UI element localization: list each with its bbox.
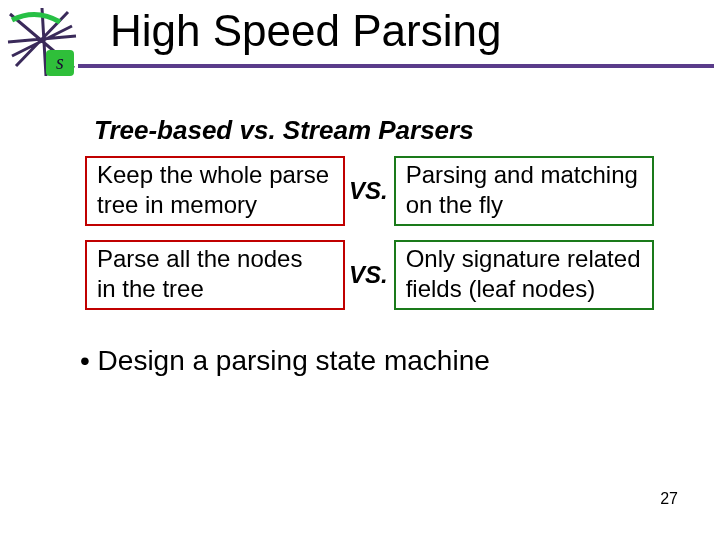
vs-label: VS.: [349, 177, 388, 205]
page-number: 27: [660, 490, 678, 508]
stream-box: Parsing and matching on the fly: [394, 156, 654, 226]
box-text-line: tree in memory: [97, 190, 333, 220]
tree-based-box: Keep the whole parse tree in memory: [85, 156, 345, 226]
box-text-line: in the tree: [97, 274, 333, 304]
bullet-point: • Design a parsing state machine: [80, 345, 490, 377]
svg-text:s: s: [56, 51, 64, 73]
comparison-row: Parse all the nodes in the tree VS. Only…: [85, 240, 654, 310]
vs-label: VS.: [349, 261, 388, 289]
logo-icon: s: [6, 6, 78, 78]
slide-subtitle: Tree-based vs. Stream Parsers: [94, 115, 474, 146]
title-underline: [78, 64, 714, 68]
comparison-row: Keep the whole parse tree in memory VS. …: [85, 156, 654, 226]
box-text-line: Parse all the nodes: [97, 244, 333, 274]
box-text-line: Only signature related: [406, 244, 642, 274]
box-text-line: Keep the whole parse: [97, 160, 333, 190]
slide: s High Speed Parsing Tree-based vs. Stre…: [0, 0, 720, 540]
box-text-line: Parsing and matching: [406, 160, 642, 190]
tree-based-box: Parse all the nodes in the tree: [85, 240, 345, 310]
stream-box: Only signature related fields (leaf node…: [394, 240, 654, 310]
box-text-line: on the fly: [406, 190, 642, 220]
slide-title: High Speed Parsing: [110, 6, 501, 56]
box-text-line: fields (leaf nodes): [406, 274, 642, 304]
